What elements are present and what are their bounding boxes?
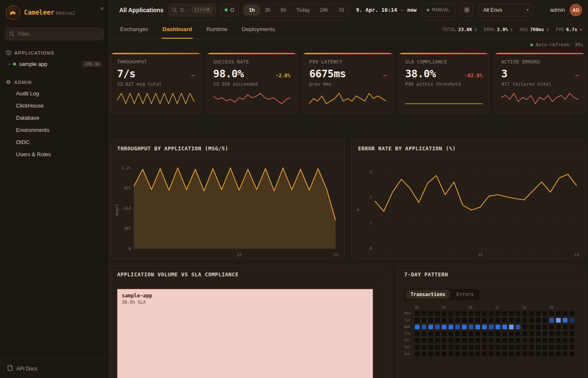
sparkline-chart (309, 91, 386, 105)
up-arrow-icon: ↑ (510, 27, 513, 32)
heatmap-day-label: Thu (404, 332, 413, 336)
heatmap-cell (415, 324, 420, 330)
heatmap-tab-group: Transactions Errors (404, 288, 480, 301)
up-arrow-icon: ↑ (474, 27, 477, 32)
sidebar-header: Cameleer69dcce2 « (0, 0, 109, 25)
heatmap-cell (515, 344, 521, 350)
heatmap-cell (569, 324, 575, 330)
tab-runtime[interactable]: Runtime (205, 20, 228, 39)
gear-icon: ⚙ (6, 79, 11, 85)
heatmap-cell (502, 351, 507, 357)
range-button-7d[interactable]: 7d (333, 5, 348, 15)
sidebar-collapse-button[interactable]: « (100, 4, 104, 11)
heatmap-cell (441, 324, 447, 330)
package-icon (6, 50, 11, 55)
heatmap-cell (495, 318, 501, 323)
heatmap-cell (488, 344, 494, 350)
heatmap-cell (435, 311, 440, 316)
heatmap-cell (428, 311, 433, 316)
heatmap-cell (428, 344, 433, 350)
global-search[interactable]: S... Ctrl+K (168, 4, 216, 16)
theme-toggle-button[interactable] (460, 3, 473, 17)
heatmap-cell (415, 344, 420, 350)
heatmap-cell (556, 344, 561, 350)
heatmap-cell (462, 331, 467, 336)
document-icon (8, 365, 13, 372)
heatmap-cell (515, 351, 521, 357)
heatmap-cell (462, 311, 467, 316)
heatmap-cell (562, 351, 568, 357)
heatmap-cell (475, 318, 480, 323)
manual-refresh-button[interactable]: MANUAL (421, 3, 456, 17)
sidebar-item-database[interactable]: Database (0, 112, 109, 124)
heatmap-cell (542, 338, 548, 343)
heatmap-cell (536, 324, 541, 330)
svg-text:614: 614 (124, 206, 131, 210)
heatmap-cell (488, 311, 494, 316)
charts-row: THROUGHPUT BY APPLICATION (MSG/S) 030761… (110, 139, 585, 259)
heatmap-cell (502, 324, 507, 330)
heatmap-cell (509, 338, 514, 343)
sidebar-item-environments[interactable]: Environments (0, 124, 109, 136)
range-button-1h[interactable]: 1h (244, 5, 260, 15)
sidebar-item-users-roles[interactable]: Users & Roles (0, 148, 109, 160)
heatmap-cell (536, 351, 541, 357)
heatmap-day-label: Sun (404, 352, 413, 356)
tab-deployments[interactable]: Deployments (241, 20, 276, 39)
sidebar-item-sample-app[interactable]: › sample app 208.3k (0, 58, 109, 70)
stat-p99: P99 6.7s ↑ (556, 27, 582, 32)
env-select[interactable]: All Envs ▾ (478, 3, 533, 17)
range-button-6h[interactable]: 6h (276, 5, 291, 15)
time-to[interactable]: now (407, 7, 417, 13)
tab-errors[interactable]: Errors (452, 290, 478, 299)
range-button-24h[interactable]: 24h (315, 5, 333, 15)
range-button-3h[interactable]: 3h (260, 5, 275, 15)
heatmap-cell (529, 331, 534, 336)
heatmap-cell (549, 318, 554, 323)
heatmap-cell (549, 338, 554, 343)
filter-input[interactable] (5, 28, 104, 40)
heatmap-cell (475, 331, 480, 336)
online-status-chip[interactable]: O (220, 4, 238, 16)
up-arrow-icon: ↑ (546, 27, 549, 32)
range-button-today[interactable]: Today (291, 5, 314, 15)
tab-exchanges[interactable]: Exchanges (119, 20, 149, 39)
heatmap-cell (515, 311, 521, 316)
treemap-tile-sample-app[interactable]: sample-app 38.0% SLA (117, 289, 373, 378)
status-dot-green (225, 8, 228, 11)
heatmap-cell (542, 324, 548, 330)
heatmap-cell (562, 344, 568, 350)
tab-transactions[interactable]: Transactions (406, 290, 450, 299)
heatmap-cell (448, 318, 454, 323)
user-avatar[interactable]: AD (570, 4, 582, 16)
kpi-delta: – (575, 73, 578, 79)
svg-text:0: 0 (369, 246, 372, 251)
heatmap-cell (562, 311, 568, 316)
search-shortcut-kbd: Ctrl+K (192, 7, 212, 13)
kpi-card-p99-latency: P99 LATENCY 6675ms– prev 0ms (302, 52, 394, 114)
heatmap-cell (536, 344, 541, 350)
api-docs-link[interactable]: API Docs (0, 359, 109, 378)
search-icon (9, 31, 15, 37)
heatmap-cell (536, 338, 541, 343)
heatmap-cell (462, 344, 467, 350)
stat-avg: AVG 708ms ↑ (520, 27, 549, 32)
heatmap-cell (455, 324, 460, 330)
sidebar-item-clickhouse[interactable]: ClickHouse (0, 100, 109, 112)
heatmap-cell (509, 344, 514, 350)
heatmap-cell (441, 311, 447, 316)
tab-dashboard[interactable]: Dashboard (162, 20, 193, 39)
svg-text:msg/s: msg/s (114, 204, 119, 215)
time-from[interactable]: 9. Apr. 16:14 (356, 7, 397, 13)
heatmap-cell (522, 344, 528, 350)
user-name: admin (550, 7, 565, 13)
heatmap-cell (482, 318, 487, 323)
sidebar-item-audit-log[interactable]: Audit Log (0, 87, 109, 100)
heatmap-cell (441, 351, 447, 357)
sidebar-item-oidc[interactable]: OIDC (0, 136, 109, 148)
heatmap-cell (428, 338, 433, 343)
heatmap-cell (495, 344, 501, 350)
heatmap-cell (522, 311, 528, 316)
heatmap-cell (562, 324, 568, 330)
heatmap-cell (462, 338, 467, 343)
